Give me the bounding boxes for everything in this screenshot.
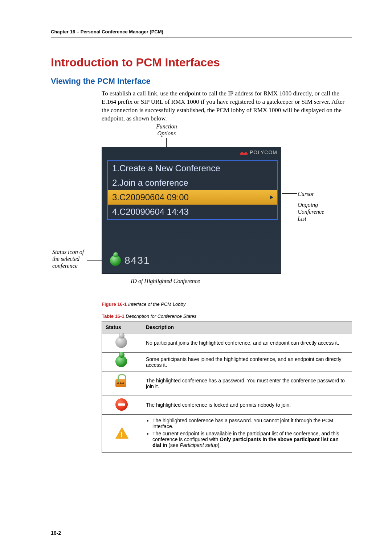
table-row: The highlighted conference has a passwor… bbox=[102, 372, 352, 395]
figure-number: Figure 16-1 bbox=[102, 301, 127, 307]
status-cell bbox=[102, 333, 142, 352]
table-row: Some participants have joined the highli… bbox=[102, 352, 352, 372]
warning-icon bbox=[115, 427, 128, 439]
desc-cell: The highlighted conference has a passwor… bbox=[142, 414, 352, 452]
password-lock-icon bbox=[115, 379, 126, 387]
menu-item-conference-1[interactable]: 3.C20090604 09:00 bbox=[108, 190, 277, 205]
desc-cell: No participant joins the highlighted con… bbox=[142, 333, 352, 352]
table-title: Description for Conference States bbox=[124, 313, 197, 319]
desc-cell: Some participants have joined the highli… bbox=[142, 352, 352, 372]
figure-block: Function Options Cursor Ongoing Conferen… bbox=[51, 125, 352, 299]
pcm-menu: 1.Create a New Conference 2.Join a confe… bbox=[107, 160, 278, 220]
desc-cell: The highlighted conference has a passwor… bbox=[142, 372, 352, 395]
page-number: 16-2 bbox=[51, 530, 61, 536]
figure-caption: Figure 16-1 Interface of the PCM Lobby bbox=[102, 301, 352, 307]
locked-no-join-icon bbox=[115, 398, 128, 411]
list-item: The current endpoint is unavailable in t… bbox=[152, 431, 348, 448]
menu-item-create-conference[interactable]: 1.Create a New Conference bbox=[108, 161, 277, 176]
list-item: The highlighted conference has a passwor… bbox=[152, 418, 348, 429]
chapter-header: Chapter 16 – Personal Conference Manager… bbox=[51, 29, 352, 38]
conference-id: 8431 bbox=[124, 255, 150, 266]
menu-item-conference-2[interactable]: 4.C20090604 14:43 bbox=[108, 205, 277, 219]
status-bar: 8431 bbox=[110, 255, 150, 266]
heading-2: Viewing the PCM Interface bbox=[51, 77, 352, 86]
participant-joined-icon bbox=[110, 255, 121, 266]
table-number: Table 16-1 bbox=[102, 313, 124, 319]
polycom-logo-icon bbox=[240, 150, 248, 155]
table-caption: Table 16-1 Description for Conference St… bbox=[102, 313, 352, 319]
brand-label: POLYCOM bbox=[240, 149, 277, 155]
no-participant-icon bbox=[115, 336, 127, 348]
callout-line bbox=[282, 206, 297, 206]
status-cell bbox=[102, 395, 142, 414]
menu-item-join-conference[interactable]: 2.Join a conference bbox=[108, 176, 277, 190]
desc-cell: The highlighted conference is locked and… bbox=[142, 395, 352, 414]
table-row: The highlighted conference has a passwor… bbox=[102, 414, 352, 452]
callout-function-options: Function Options bbox=[156, 123, 177, 137]
status-table: Status Description No participant joins … bbox=[102, 321, 352, 453]
callout-cursor: Cursor bbox=[298, 190, 314, 197]
pcm-lobby-screenshot: POLYCOM 1.Create a New Conference 2.Join… bbox=[102, 147, 281, 274]
callout-id-highlighted: ID of Highlighted Conference bbox=[131, 278, 200, 284]
th-status: Status bbox=[102, 321, 142, 333]
status-cell bbox=[102, 414, 142, 452]
brand-text: POLYCOM bbox=[250, 149, 277, 155]
callout-status-icon: Status icon of the selected conference bbox=[52, 249, 84, 270]
table-row: The highlighted conference is locked and… bbox=[102, 395, 352, 414]
status-cell bbox=[102, 372, 142, 395]
intro-paragraph: To establish a call link, use the endpoi… bbox=[102, 90, 352, 123]
participant-joined-icon bbox=[115, 356, 127, 367]
status-cell bbox=[102, 352, 142, 372]
callout-ongoing-list: Ongoing Conference List bbox=[298, 201, 324, 222]
callout-line bbox=[166, 138, 167, 147]
table-header-row: Status Description bbox=[102, 321, 352, 333]
table-row: No participant joins the highlighted con… bbox=[102, 333, 352, 352]
th-description: Description bbox=[142, 321, 352, 333]
heading-1: Introduction to PCM Interfaces bbox=[51, 56, 352, 69]
callout-line bbox=[282, 193, 297, 194]
figure-title: Interface of the PCM Lobby bbox=[127, 301, 185, 307]
